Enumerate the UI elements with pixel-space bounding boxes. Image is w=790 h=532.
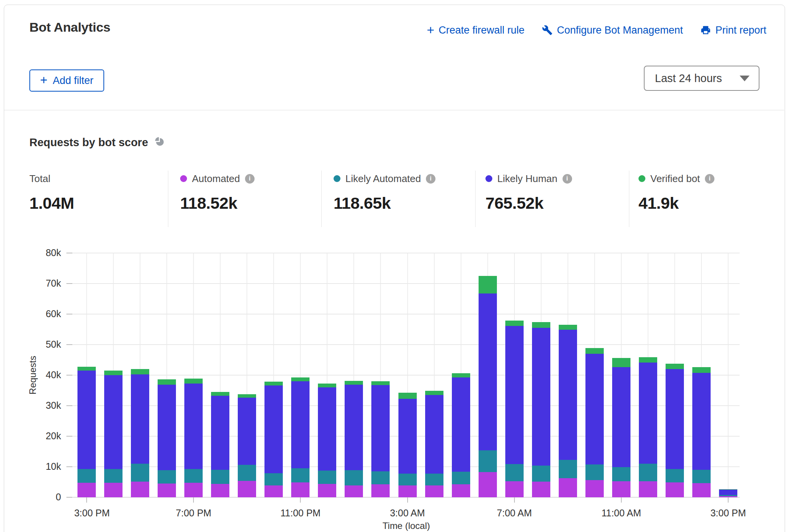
bar-segment-automated [345,485,363,497]
bar-segment-likely-human [291,381,310,468]
stat-total: Total 1.04M [29,172,74,213]
y-axis-tick-label: 30k [21,400,61,411]
y-axis-tick-label: 60k [21,308,61,319]
bar-segment-likely-automated [131,464,149,482]
bar-segment-likely-automated [371,471,390,484]
likely-human-dot [485,175,492,182]
add-filter-label: Add filter [53,75,94,87]
bar-segment-automated [719,496,737,497]
bar-segment-verified-bot [345,381,363,385]
bar-segment-verified-bot [692,367,711,372]
y-axis-title: Requests [27,356,38,394]
stat-total-value: 1.04M [29,194,74,213]
bar-segment-verified-bot [719,489,737,490]
stat-verified-bot-label: Verified bot [650,173,700,185]
bar-segment-likely-human [612,367,630,467]
bar-segment-automated [398,485,417,497]
bar-segment-automated [505,481,524,497]
y-axis-tick-label: 40k [21,369,61,380]
bar-segment-verified-bot [425,391,443,395]
info-icon[interactable]: i [563,174,572,184]
x-axis-tick-label: 11:00 AM [587,508,656,519]
bar-segment-automated [77,483,96,497]
stat-verified-bot: Verified bot i 41.9k [638,172,714,213]
requests-by-bot-score-chart [0,250,748,506]
bar-segment-likely-human [425,395,443,474]
bar-segment-automated [131,482,149,497]
add-filter-button[interactable]: + Add filter [29,69,104,92]
bar-segment-automated [184,483,203,497]
bar-segment-likely-automated [692,470,711,483]
info-icon[interactable]: i [426,174,435,184]
bar-segment-likely-human [719,490,737,495]
bar-segment-verified-bot [612,358,630,367]
info-icon[interactable]: i [705,174,714,184]
bar-segment-automated [425,485,443,497]
bar-segment-likely-human [131,374,149,464]
stat-verified-bot-value: 41.9k [638,194,714,213]
stat-total-label: Total [29,173,50,185]
bar-segment-likely-automated [104,469,123,483]
bar-segment-likely-automated [184,469,203,483]
pie-chart-icon [155,137,165,149]
bar-segment-verified-bot [559,325,577,330]
bar-segment-verified-bot [77,367,96,371]
bar-segment-automated [532,482,550,497]
bar-segment-likely-human [585,354,604,464]
bar-segment-likely-automated [345,470,363,485]
y-axis-tick-label: 50k [21,339,61,350]
plus-icon: + [427,23,434,36]
stat-divider [321,171,322,227]
stat-divider [168,171,168,227]
info-icon[interactable]: i [245,174,255,184]
bar-segment-likely-automated [291,468,310,482]
verified-bot-dot [638,175,645,182]
bar-segment-likely-automated [719,495,737,496]
bar-segment-likely-human [398,399,417,474]
bar-segment-likely-automated [452,472,470,484]
bar-segment-automated [371,484,390,497]
x-axis-tick-label: 3:00 PM [694,508,763,519]
y-axis-tick-label: 70k [21,278,61,289]
stat-likely-human-label: Likely Human [497,173,558,185]
wrench-icon [542,25,553,35]
configure-bot-management-label: Configure Bot Management [557,24,683,36]
bar-segment-likely-human [692,373,711,470]
bar-segment-automated [612,481,630,497]
bar-segment-likely-automated [479,450,497,472]
bar-segment-likely-human [452,377,470,472]
bar-segment-likely-human [104,375,123,469]
x-axis-tick-label: 3:00 PM [58,508,126,519]
bar-segment-likely-human [264,385,283,473]
bar-segment-automated [318,484,336,497]
bar-segment-automated [585,480,604,497]
bar-segment-verified-bot [291,377,310,381]
configure-bot-management-link[interactable]: Configure Bot Management [542,24,683,36]
bar-segment-verified-bot [505,321,524,326]
header-divider [4,110,784,110]
bar-segment-automated [291,482,310,497]
stat-likely-automated: Likely Automated i 118.65k [334,172,435,213]
bar-segment-automated [692,483,711,497]
bar-segment-automated [238,481,256,497]
bar-segment-verified-bot [398,393,417,399]
bar-segment-likely-automated [318,471,336,484]
bar-segment-likely-automated [211,470,229,484]
bar-segment-likely-automated [532,466,550,482]
bar-segment-verified-bot [264,382,283,385]
bar-segment-likely-automated [158,470,176,484]
bar-segment-verified-bot [131,369,149,374]
bar-segment-likely-human [184,384,203,469]
bar-segment-automated [158,484,176,497]
bar-segment-likely-human [318,387,336,471]
bar-segment-likely-human [559,330,577,460]
bar-segment-likely-automated [77,469,96,483]
print-report-link[interactable]: Print report [700,24,766,36]
bar-segment-verified-bot [158,379,176,385]
time-range-select[interactable]: Last 24 hours [644,66,759,91]
bar-segment-verified-bot [639,357,657,363]
page-title: Bot Analytics [29,20,110,35]
bar-segment-verified-bot [532,322,550,328]
bar-segment-likely-human [532,328,550,466]
create-firewall-rule-link[interactable]: + Create firewall rule [427,24,524,37]
